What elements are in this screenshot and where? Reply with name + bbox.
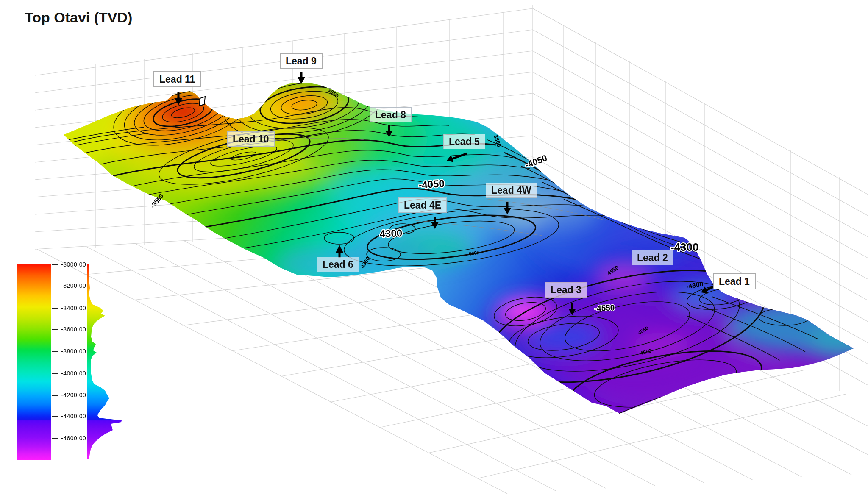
colorbar: [17, 264, 51, 460]
svg-text:-4050: -4050: [418, 178, 445, 191]
page-title: Top Otavi (TVD): [25, 9, 132, 26]
lead-label-4w: Lead 4W: [486, 183, 537, 198]
lead-label-1: Lead 1: [713, 273, 756, 289]
svg-text:-4550: -4550: [594, 303, 615, 313]
lead-label-2: Lead 2: [632, 250, 673, 265]
lead-label-8: Lead 8: [370, 107, 412, 122]
svg-text:4300: 4300: [379, 227, 402, 239]
lead-label-9: Lead 9: [280, 53, 323, 69]
svg-text:-4300: -4300: [670, 241, 699, 253]
lead-9-arrow: [298, 72, 305, 84]
summit-marker: [199, 97, 205, 106]
lead-label-11: Lead 11: [153, 71, 201, 87]
lead-label-5: Lead 5: [443, 134, 485, 149]
color-legend: -3000.00 -3200.00 -3400.00 -3600.00 -380…: [17, 264, 153, 476]
lead-label-3: Lead 3: [545, 282, 587, 298]
lead-label-4e: Lead 4E: [398, 197, 447, 213]
figure-canvas: 3050 -3550 3800 -4050 -4050 4300 -4300 4…: [0, 0, 868, 495]
lead-label-10: Lead 10: [227, 131, 275, 147]
lead-label-6: Lead 6: [317, 257, 359, 272]
